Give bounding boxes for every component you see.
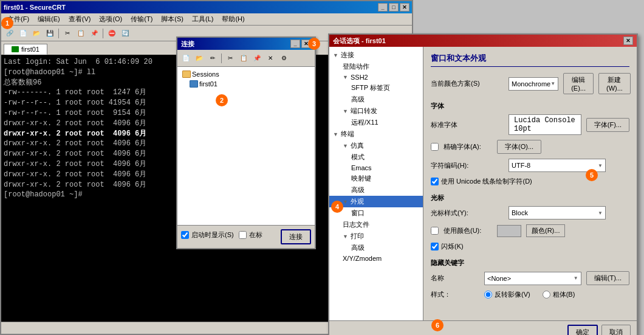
minimize-button[interactable]: _ [378,3,388,12]
tree-terminal[interactable]: ▼ 终端 [329,128,423,140]
menu-help[interactable]: 帮助(H) [218,13,248,25]
connect-footer: 启动时显示(S) 在标 连接 [177,225,315,248]
font-section-title: 字体 [431,102,629,111]
tree-sftp[interactable]: SFTP 标签页 [329,82,423,94]
connect-toolbar-new[interactable]: 📄 [180,52,192,64]
cursor-color-btn[interactable]: 颜色(R)... [526,224,565,237]
connect-toolbar-edit[interactable]: ✏ [207,52,219,64]
tree-port-forward[interactable]: ▼ 端口转发 [329,105,423,117]
tree-keymap[interactable]: 映射键 [329,173,423,184]
tree-first01[interactable]: first01 [180,79,312,89]
tree-connect[interactable]: ▼ 连接 [329,49,423,61]
toolbar-save[interactable]: 💾 [44,27,56,40]
tree-appearance[interactable]: ▼ 外观 [329,196,423,207]
menu-view[interactable]: 查看(V) [65,13,95,25]
expand-ssh2: ▼ [343,74,349,80]
tree-mode[interactable]: 模式 [329,151,423,163]
expand-terminal: ▼ [333,131,339,137]
encoding-label: 字符编码(H): [431,161,504,170]
status-checkbox[interactable] [239,231,247,239]
edit-t-btn[interactable]: 编辑(T)... [586,271,629,285]
tree-window[interactable]: 窗口 [329,207,423,219]
connect-toolbar-copy[interactable]: 📋 [238,52,250,64]
color-scheme-label: 当前颜色方案(S) [431,79,504,88]
startup-label: 启动时显示(S) [191,230,234,240]
connect-dialog-title: 连接 _ ✕ [177,38,315,50]
cancel-button[interactable]: 取消 [601,325,631,335]
toolbar-open[interactable]: 📂 [30,27,43,40]
maximize-button[interactable]: □ [389,3,399,12]
tree-mode-label: 模式 [351,153,365,162]
circle-1: 1 [1,17,13,29]
tree-xyz[interactable]: X/Y/Zmodem [329,254,423,263]
color-scheme-dropdown[interactable]: Monochrome ▼ [509,77,558,91]
unicode-checkbox[interactable] [431,178,439,185]
bold-radio[interactable] [543,291,550,299]
circle-6: 6 [431,319,444,331]
cursor-group: 光标 光标样式(Y): Block ▼ 使用颜色(U): 颜色(R)... [431,193,629,251]
menu-options[interactable]: 选项(O) [95,13,126,25]
new-scheme-btn[interactable]: 新建(W)... [598,73,631,94]
menu-transfer[interactable]: 传输(T) [127,13,156,25]
startup-checkbox-row: 启动时显示(S) [181,230,234,240]
precise-font-checkbox[interactable] [431,143,439,151]
tree-advanced-emu[interactable]: 高级 [329,184,423,196]
connect-sep-1 [221,54,222,63]
tree-advanced-ssh[interactable]: 高级 [329,94,423,105]
tree-sessions-folder[interactable]: Sessions [180,69,312,79]
font-f-btn[interactable]: 字体(F)... [586,118,629,132]
tree-print[interactable]: ▼ 打印 [329,230,423,242]
menu-tools[interactable]: 工具(L) [188,13,217,25]
tree-ssh2[interactable]: ▼ SSH2 [329,72,423,82]
tree-port-label: 端口转发 [351,106,377,116]
cursor-blink-checkbox[interactable] [431,243,439,250]
connect-minimize[interactable]: _ [290,40,300,48]
tab-label: first01 [21,46,39,53]
terminal-title-bar: first01 - SecureCRT _ □ ✕ [1,1,412,13]
toolbar-disconnect[interactable]: ⛔ [106,27,118,40]
connect-toolbar-delete[interactable]: ✕ [264,52,276,64]
tree-remote-x11[interactable]: 远程/X11 [329,117,423,128]
tree-adv-emu-label: 高级 [351,185,365,195]
cursor-section-title: 光标 [431,193,629,202]
expand-connect: ▼ [333,52,339,58]
cursor-style-dropdown[interactable]: Block ▼ [509,206,606,219]
name-dropdown[interactable]: <None> ▼ [484,272,581,285]
menu-script[interactable]: 脚本(S) [157,13,187,25]
title-bar-buttons: _ □ ✕ [378,3,409,12]
menu-edit[interactable]: 编辑(E) [34,13,64,25]
connect-toolbar-open[interactable]: 📂 [193,52,205,64]
reverse-radio[interactable] [484,291,492,299]
tree-appearance-label: 外观 [351,197,364,206]
connect-toolbar-cut[interactable]: ✂ [224,52,236,64]
font-o-btn[interactable]: 字体(O)... [497,140,541,154]
ok-button[interactable]: 确定 [567,325,598,335]
terminal-title: first01 - SecureCRT [4,4,66,11]
tree-emacs[interactable]: Emacs [329,163,423,173]
connect-toolbar-paste[interactable]: 📌 [251,52,263,64]
connect-toolbar-props[interactable]: ⚙ [278,52,290,64]
cursor-blink-row: 闪烁(K) [431,242,629,251]
connect-button[interactable]: 连接 [281,229,311,244]
style-row: 样式： 反转影像(V) 粗体(B) [431,290,629,299]
tab-first01[interactable]: first01 [4,44,47,55]
toolbar-separator-2 [103,29,103,38]
bold-radio-label: 粗体(B) [543,290,575,299]
tree-log-file[interactable]: 日志文件 [329,219,423,230]
toolbar-new[interactable]: 📄 [17,27,29,40]
startup-checkbox[interactable] [181,231,189,239]
toolbar-paste[interactable]: 📌 [88,27,100,40]
toolbar-cut[interactable]: ✂ [61,27,74,40]
close-button[interactable]: ✕ [400,3,409,12]
connect-toolbar: 📄 📂 ✏ ✂ 📋 📌 ✕ ⚙ [177,50,315,67]
tree-keymap-label: 映射键 [351,174,371,183]
status-label: 在标 [249,230,262,240]
session-options-close[interactable]: ✕ [623,36,633,45]
tree-login-action[interactable]: 登陆动作 [329,61,423,72]
edit-scheme-btn[interactable]: 编辑(E)... [563,73,594,94]
toolbar-copy[interactable]: 📋 [75,27,87,40]
tree-emulation[interactable]: ▼ 仿真 [329,140,423,151]
tree-advanced-print[interactable]: 高级 [329,242,423,254]
cursor-color-checkbox[interactable] [431,227,439,235]
toolbar-reconnect[interactable]: 🔄 [119,27,131,40]
